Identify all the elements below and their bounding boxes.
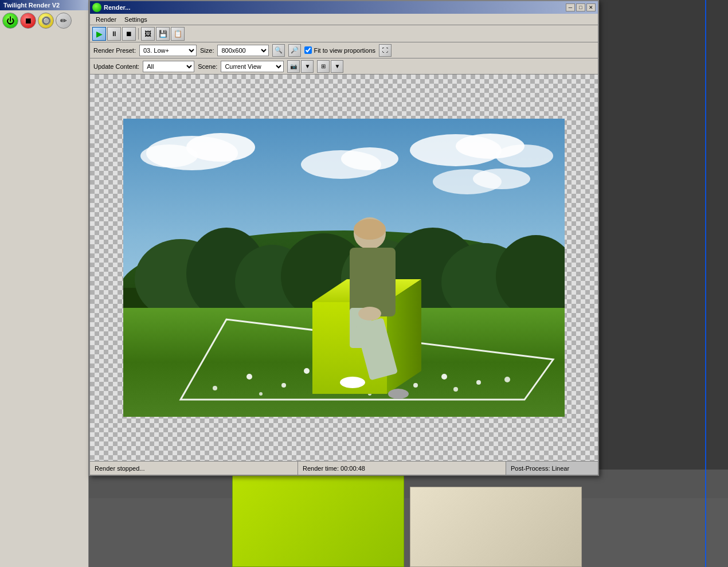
rendered-image [123,119,565,417]
render-time-label: Render time: [303,465,339,472]
title-bar-left: Render... [92,3,130,12]
post-process-segment: Post-Process: Linear [506,462,598,475]
zoom-out-icon: 🔍 [275,46,283,54]
svg-point-5 [341,147,398,170]
svg-point-33 [259,392,263,396]
layer-icon: ⊞ [321,63,326,69]
fit-to-view-label: Fit to view proportions [314,47,375,54]
fit-to-view-checkbox[interactable] [304,46,312,54]
render-preset-select[interactable]: 03. Low+ [139,45,197,56]
post-process-label: Post-Process: [511,465,550,472]
toolbar: ▶ ⏸ ⏹ 🖼 💾 📋 [90,25,598,42]
stop-icon: ⏹ [126,30,132,38]
scene-cube-beige-3d [410,487,582,567]
left-panel-title-text: Twilight Render V2 [3,2,60,9]
svg-point-47 [354,219,386,240]
zoom-out-button[interactable]: 🔍 [272,44,285,57]
camera-dropdown-button[interactable]: ▼ [301,60,314,73]
image-icon: 🖼 [144,30,151,38]
render-svg [123,119,565,417]
svg-point-36 [453,387,458,392]
zoom-in-icon: 🔎 [291,46,299,54]
scene-select[interactable]: Current View [221,61,284,72]
svg-point-25 [304,368,310,374]
svg-point-23 [246,374,252,380]
menu-settings[interactable]: Settings [121,15,151,24]
options-bar-2: Update Content: All Scene: Current View … [90,58,598,75]
size-label: Size: [200,47,214,54]
settings-button[interactable]: 🔘 [38,13,54,29]
render-image-button[interactable]: 🖼 [141,27,155,41]
render-pause-button[interactable]: ⏸ [107,27,121,41]
play-icon: ▶ [96,29,103,38]
camera-button[interactable]: 📷 [287,60,300,73]
menu-bar: Render Settings [90,14,598,25]
fit-view-button[interactable]: ⛶ [379,44,392,57]
power-icon: ⏻ [6,16,14,25]
window-title: Render... [104,4,130,11]
layer-dropdown-button[interactable]: ▼ [331,60,343,73]
scene-label: Scene: [198,63,217,70]
stop-icon: ⏹ [24,16,32,25]
pause-icon: ⏸ [111,30,118,38]
scene-floor [89,498,728,567]
edit-icon: ✏ [60,16,67,25]
zoom-in-button[interactable]: 🔎 [288,44,301,57]
render-save-button[interactable]: 💾 [156,27,170,41]
svg-point-24 [281,383,286,388]
render-status-text: Render stopped... [95,465,144,472]
svg-point-3 [140,144,198,167]
title-bar[interactable]: Render... ─ □ ✕ [90,1,598,14]
render-stop-button[interactable]: ⏹ [122,27,136,41]
update-select[interactable]: All [143,61,194,72]
post-process-value: Linear [552,465,570,472]
power-button[interactable]: ⏻ [2,13,18,29]
svg-point-29 [441,374,447,380]
toolbar-sep-1 [138,28,139,40]
svg-rect-41 [350,248,396,316]
svg-point-32 [504,377,510,382]
options-bar-1: Render Preset: 03. Low+ Size: 800x600 🔍 … [90,42,598,58]
edit-button[interactable]: ✏ [56,13,72,29]
minimize-icon: ─ [569,5,572,10]
title-bar-controls[interactable]: ─ □ ✕ [566,3,596,11]
app-icon [92,3,101,12]
svg-point-44 [340,377,365,388]
svg-point-10 [473,169,530,189]
svg-point-46 [358,307,381,320]
fit-to-view-checkbox-group[interactable]: Fit to view proportions [304,46,375,54]
render-time-segment: Render time: 00:00:48 [298,462,506,475]
left-panel-buttons: ⏻ ⏹ 🔘 ✏ [0,10,88,31]
scene-3d [89,470,728,567]
update-label: Update Content: [93,63,139,70]
scene-cube-green-3d [232,475,404,567]
minimize-button[interactable]: ─ [566,3,575,11]
render-copy-button[interactable]: 📋 [171,27,185,41]
render-status-segment: Render stopped... [90,462,298,475]
svg-point-28 [413,383,418,388]
svg-point-31 [213,386,217,390]
stop-button-left[interactable]: ⏹ [20,13,36,29]
close-button[interactable]: ✕ [586,3,596,11]
size-select[interactable]: 800x600 [217,45,269,56]
copy-icon: 📋 [174,30,182,38]
svg-point-8 [496,144,553,167]
render-canvas [90,75,598,461]
maximize-button[interactable]: □ [576,3,585,11]
left-panel-title: Twilight Render V2 [0,0,88,10]
close-icon: ✕ [589,5,593,10]
save-icon: 💾 [159,30,167,38]
layer-button[interactable]: ⊞ [317,60,330,73]
layer-dropdown-icon: ▼ [334,63,340,69]
render-play-button[interactable]: ▶ [92,27,106,41]
render-time-value: 00:00:48 [340,465,365,472]
maximize-icon: □ [579,5,582,10]
left-panel: Twilight Render V2 ⏻ ⏹ 🔘 ✏ [0,0,89,567]
render-window: Render... ─ □ ✕ Render Settings ▶ ⏸ ⏹ [89,0,599,476]
camera-dropdown-icon: ▼ [304,63,310,69]
svg-point-45 [388,389,409,399]
blue-line [705,0,706,567]
menu-render[interactable]: Render [92,15,120,24]
svg-point-30 [476,380,481,385]
fit-view-icon: ⛶ [382,47,388,53]
